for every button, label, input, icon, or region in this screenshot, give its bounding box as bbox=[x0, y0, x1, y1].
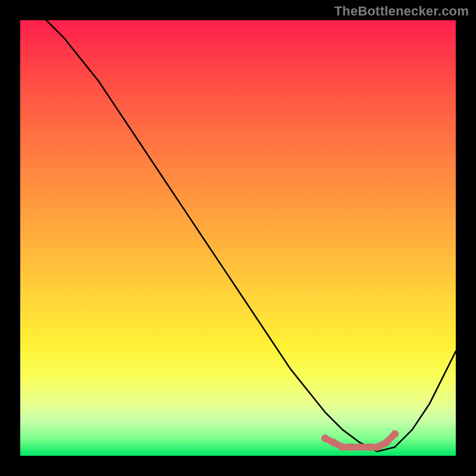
optimal-band-dot bbox=[391, 430, 399, 438]
optimal-band-dot bbox=[382, 439, 390, 447]
bottleneck-curve bbox=[46, 20, 456, 452]
optimal-band-dot bbox=[374, 443, 381, 451]
optimal-band-dot bbox=[365, 443, 372, 451]
watermark-text: TheBottlenecker.com bbox=[334, 4, 469, 19]
plot-area bbox=[20, 20, 456, 456]
optimal-band-dot bbox=[330, 439, 338, 447]
chart-frame: TheBottlenecker.com bbox=[0, 0, 476, 476]
optimal-band-dot bbox=[321, 434, 329, 442]
optimal-band-dot bbox=[356, 443, 364, 451]
optimal-band-dot bbox=[339, 443, 346, 451]
bottleneck-curve-svg bbox=[20, 20, 456, 456]
optimal-band-markers bbox=[321, 430, 399, 451]
optimal-band-dot bbox=[347, 443, 355, 451]
